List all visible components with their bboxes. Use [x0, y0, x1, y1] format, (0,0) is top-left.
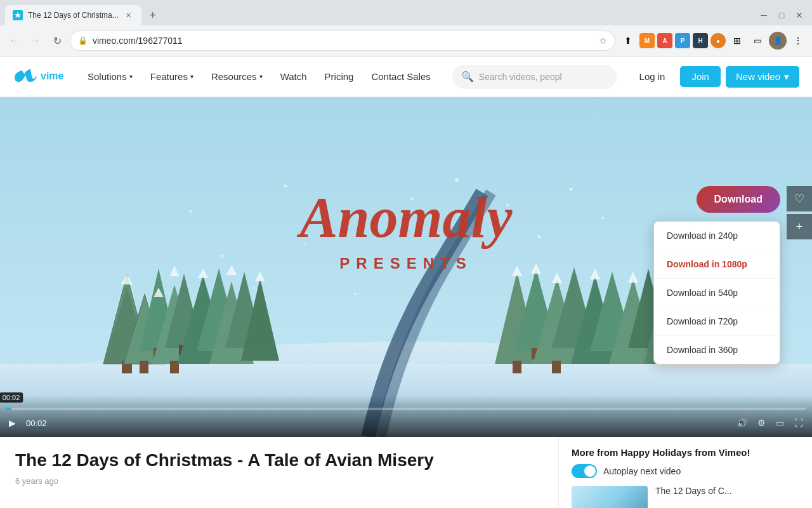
play-icon: ▶ [9, 418, 16, 428]
extension-abp[interactable]: A [657, 33, 672, 48]
download-option-360p[interactable]: Download in 360p [654, 336, 780, 364]
volume-icon: 🔊 [737, 418, 747, 428]
forward-icon: → [30, 35, 41, 46]
sidebar-panel: More from Happy Holidays from Vimeo! Aut… [558, 437, 812, 508]
video-info: The 12 Days of Christmas - A Tale of Avi… [0, 437, 558, 508]
sidebar-button[interactable]: ▭ [749, 32, 766, 50]
profile-avatar[interactable]: 👤 [769, 32, 787, 50]
download-option-720p[interactable]: Download in 720p [654, 307, 780, 336]
nav-contact-sales[interactable]: Contact Sales [362, 57, 439, 97]
fullscreen-button[interactable]: ⛶ [792, 415, 806, 431]
svg-rect-8 [140, 361, 148, 373]
tab-close-button[interactable]: ✕ [124, 10, 134, 20]
new-video-button[interactable]: New video ▾ [726, 66, 799, 88]
download-option-540p[interactable]: Download in 540p [654, 279, 780, 307]
theater-icon: ▭ [776, 418, 784, 428]
add-to-button[interactable]: + [787, 214, 812, 239]
url-text: vimeo.com/196277011 [93, 36, 594, 46]
sidebar-header: More from Happy Holidays from Vimeo! [572, 447, 799, 458]
extensions-button[interactable]: ⊞ [728, 32, 746, 50]
time-tooltip: 00:02 [0, 392, 23, 403]
volume-button[interactable]: 🔊 [734, 415, 750, 431]
like-button[interactable]: ♡ [787, 186, 812, 211]
new-tab-button[interactable]: + [144, 6, 162, 24]
time-display: 00:02 [26, 418, 47, 428]
video-player[interactable]: Anomaly PRESENTS ♡ + Download Download i… [0, 97, 812, 437]
svg-rect-27 [513, 361, 521, 373]
video-meta: 6 years ago [15, 476, 543, 486]
autoplay-label: Autoplay next video [603, 466, 681, 476]
progress-bar[interactable]: 00:02 [6, 408, 806, 410]
address-bar: ← → ↻ 🔒 vimeo.com/196277011 ☆ ⬆ M A P H … [0, 25, 812, 56]
download-option-240p[interactable]: Download in 240p [654, 222, 780, 250]
refresh-button[interactable]: ↻ [48, 32, 66, 50]
add-icon: + [796, 220, 803, 234]
settings-icon: ⚙ [757, 418, 766, 428]
svg-text:vimeo: vimeo [41, 70, 63, 81]
download-button[interactable]: Download [697, 186, 780, 213]
tab-favicon [13, 10, 23, 20]
theater-button[interactable]: ▭ [773, 415, 787, 431]
forward-button[interactable]: → [27, 32, 44, 50]
extension-metamask[interactable]: M [639, 33, 655, 48]
svg-point-56 [570, 188, 573, 191]
vimeo-logo[interactable]: vimeo [13, 67, 63, 87]
svg-point-63 [354, 293, 357, 295]
toolbar-icons: ⬆ M A P H ● ⊞ ▭ 👤 ⋮ [619, 32, 807, 50]
next-video-preview[interactable]: The 12 Days of C... [572, 486, 799, 508]
tab-bar: The 12 Days of Christma... ✕ + ─ □ ✕ [0, 0, 812, 25]
minimize-button[interactable]: ─ [756, 8, 771, 23]
svg-point-60 [538, 236, 541, 239]
bookmark-icon: ☆ [599, 36, 607, 46]
svg-point-57 [221, 255, 223, 257]
nav-watch[interactable]: Watch [272, 57, 316, 97]
svg-text:Anomaly: Anomaly [296, 186, 513, 249]
svg-point-54 [455, 178, 459, 182]
browser-chrome: The 12 Days of Christma... ✕ + ─ □ ✕ ← →… [0, 0, 812, 57]
window-controls: ─ □ ✕ [756, 8, 807, 23]
nav-resources[interactable]: Resources ▾ [202, 57, 272, 97]
vimeo-nav: vimeo Solutions ▾ Features ▾ Resources ▾… [0, 57, 812, 97]
play-button[interactable]: ▶ [6, 415, 18, 431]
autoplay-row: Autoplay next video [572, 464, 799, 478]
progress-fill [6, 408, 11, 410]
close-window-button[interactable]: ✕ [792, 8, 807, 23]
next-video-thumbnail [572, 486, 648, 508]
extension-privacy[interactable]: P [675, 33, 690, 48]
svg-point-51 [284, 185, 287, 188]
tab-title: The 12 Days of Christma... [28, 11, 119, 20]
download-dropdown: Download in 240p Download in 1080p Downl… [653, 221, 780, 364]
nav-pricing[interactable]: Pricing [316, 57, 363, 97]
chevron-down-icon: ▾ [129, 73, 133, 80]
nav-search-container: 🔍 [452, 65, 617, 89]
heart-icon: ♡ [794, 192, 804, 206]
join-button[interactable]: Join [680, 66, 721, 87]
active-tab[interactable]: The 12 Days of Christma... ✕ [5, 5, 141, 25]
below-video-section: The 12 Days of Christmas - A Tale of Avi… [0, 437, 812, 508]
svg-rect-31 [552, 361, 561, 373]
maximize-button[interactable]: □ [774, 8, 789, 23]
extension-orange[interactable]: ● [710, 33, 726, 48]
back-icon: ← [9, 35, 19, 46]
menu-button[interactable]: ⋮ [789, 32, 807, 50]
nav-features[interactable]: Features ▾ [141, 57, 202, 97]
search-icon: 🔍 [461, 70, 474, 83]
settings-button[interactable]: ⚙ [755, 415, 768, 431]
url-bar[interactable]: 🔒 vimeo.com/196277011 ☆ [70, 30, 615, 51]
nav-solutions[interactable]: Solutions ▾ [79, 57, 141, 97]
video-controls: 00:02 ▶ 00:02 🔊 ⚙ ▭ ⛶ [0, 395, 812, 437]
fullscreen-icon: ⛶ [794, 418, 803, 428]
download-option-1080p[interactable]: Download in 1080p [654, 250, 780, 279]
svg-rect-12 [170, 361, 179, 373]
autoplay-toggle[interactable] [572, 464, 597, 478]
login-button[interactable]: Log in [629, 66, 676, 87]
lock-icon: 🔒 [78, 36, 88, 45]
search-input[interactable] [479, 72, 608, 82]
svg-text:PRESENTS: PRESENTS [339, 255, 472, 272]
extension-h[interactable]: H [693, 33, 708, 48]
share-icon[interactable]: ⬆ [619, 32, 637, 50]
svg-point-61 [601, 217, 604, 219]
video-title: The 12 Days of Christmas - A Tale of Avi… [15, 450, 543, 471]
side-action-buttons: ♡ + [787, 186, 812, 239]
back-button[interactable]: ← [5, 32, 23, 50]
